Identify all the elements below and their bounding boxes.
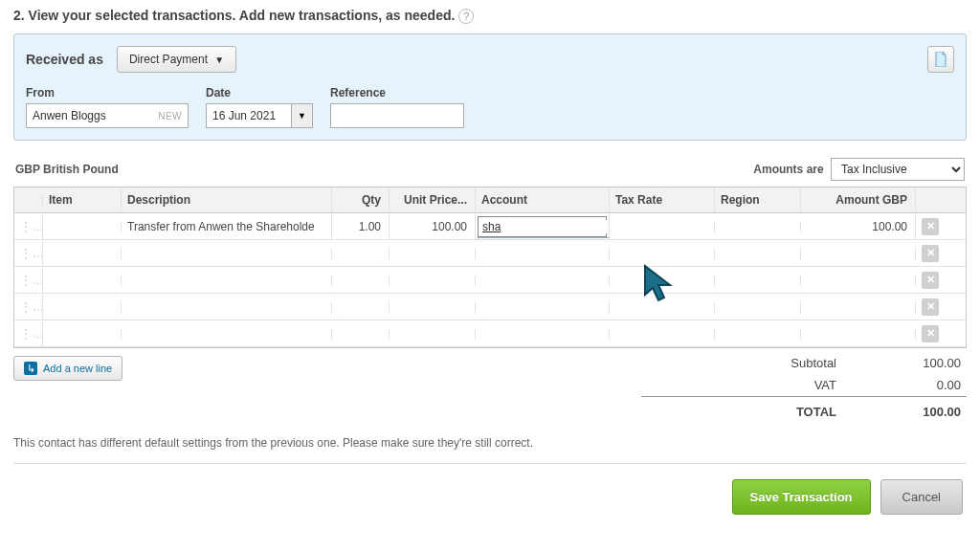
cell-description[interactable] bbox=[122, 301, 332, 313]
cell-unit-price[interactable]: 100.00 bbox=[390, 214, 476, 239]
action-bar: Save Transaction Cancel bbox=[0, 470, 980, 515]
subtotal-label: Subtotal bbox=[647, 356, 875, 370]
new-document-icon[interactable] bbox=[927, 46, 954, 73]
received-as-label: Received as bbox=[26, 52, 103, 67]
cell-qty[interactable] bbox=[332, 275, 390, 286]
cancel-button[interactable]: Cancel bbox=[880, 479, 963, 515]
delete-row-button[interactable]: ✕ bbox=[922, 218, 939, 235]
received-type-value: Direct Payment bbox=[129, 53, 208, 66]
cell-region[interactable] bbox=[715, 301, 801, 313]
caret-down-icon: ▼ bbox=[214, 55, 224, 65]
cell-qty[interactable] bbox=[332, 301, 390, 313]
col-item: Item bbox=[43, 187, 122, 212]
cell-account[interactable] bbox=[476, 248, 610, 259]
cell-item[interactable] bbox=[43, 328, 122, 340]
vat-value: 0.00 bbox=[875, 378, 961, 392]
cell-qty[interactable] bbox=[332, 328, 390, 340]
subtotal-value: 100.00 bbox=[875, 356, 961, 370]
date-label: Date bbox=[206, 86, 313, 99]
cell-unit-price[interactable] bbox=[390, 301, 476, 313]
cell-unit-price[interactable] bbox=[390, 328, 476, 340]
col-region: Region bbox=[715, 187, 801, 212]
cell-item[interactable] bbox=[43, 221, 122, 232]
help-icon[interactable]: ? bbox=[458, 9, 474, 24]
step-number: 2. bbox=[13, 8, 25, 23]
cell-amount[interactable]: 100.00 bbox=[801, 214, 916, 239]
cell-amount[interactable] bbox=[801, 328, 916, 340]
col-tax-rate: Tax Rate bbox=[610, 187, 715, 212]
cell-unit-price[interactable] bbox=[390, 248, 476, 259]
cell-qty[interactable]: 1.00 bbox=[332, 214, 390, 239]
add-line-button[interactable]: ↳Add a new line bbox=[13, 356, 122, 381]
account-dropdown-list: 950 - Capital - x,xxx Ordinary Shares 95… bbox=[478, 237, 610, 239]
cell-unit-price[interactable] bbox=[390, 275, 476, 286]
cell-region[interactable] bbox=[715, 328, 801, 340]
col-description: Description bbox=[122, 187, 332, 212]
cell-amount[interactable] bbox=[801, 248, 916, 259]
col-amount: Amount GBP bbox=[801, 187, 916, 212]
cell-tax-rate[interactable] bbox=[610, 275, 715, 286]
cell-region[interactable] bbox=[715, 275, 801, 286]
delete-row-button[interactable]: ✕ bbox=[922, 245, 939, 262]
cell-tax-rate[interactable] bbox=[610, 301, 715, 313]
cell-description[interactable] bbox=[122, 275, 332, 286]
drag-handle-icon[interactable]: ⋮⋮ bbox=[14, 268, 43, 293]
cell-tax-rate[interactable] bbox=[610, 248, 715, 259]
save-transaction-button[interactable]: Save Transaction bbox=[732, 479, 871, 515]
table-row: ⋮⋮ ✕ bbox=[14, 267, 966, 294]
date-field-group: Date ▼ bbox=[206, 86, 313, 128]
currency-label: GBP British Pound bbox=[15, 163, 119, 176]
cell-region[interactable] bbox=[715, 248, 801, 259]
divider bbox=[13, 463, 967, 464]
drag-handle-icon[interactable]: ⋮⋮ bbox=[14, 241, 43, 266]
add-line-label: Add a new line bbox=[43, 363, 112, 374]
from-value: Anwen Bloggs bbox=[33, 109, 106, 122]
cell-account[interactable] bbox=[476, 328, 610, 340]
cell-account[interactable] bbox=[476, 275, 610, 286]
reference-field-group: Reference bbox=[330, 86, 464, 128]
cell-description[interactable] bbox=[122, 248, 332, 259]
step-text: View your selected transactions. Add new… bbox=[29, 8, 456, 23]
delete-row-button[interactable]: ✕ bbox=[922, 272, 939, 289]
cell-amount[interactable] bbox=[801, 301, 916, 313]
table-row: ⋮⋮ ✕ bbox=[14, 240, 966, 267]
cell-tax-rate[interactable] bbox=[610, 328, 715, 340]
col-unit-price: Unit Price... bbox=[390, 187, 476, 212]
cell-account[interactable] bbox=[476, 301, 610, 313]
step-header: 2. View your selected transactions. Add … bbox=[0, 0, 980, 33]
received-panel: Received as Direct Payment ▼ From Anwen … bbox=[13, 33, 967, 141]
cell-qty[interactable] bbox=[332, 248, 390, 259]
cell-description[interactable] bbox=[122, 328, 332, 340]
cell-region[interactable] bbox=[715, 221, 801, 232]
table-header: Item Description Qty Unit Price... Accou… bbox=[14, 187, 966, 213]
cell-account: ▼ 950 - Capital - x,xxx Ordinary Shares … bbox=[476, 214, 610, 239]
amounts-are-select[interactable]: Tax Inclusive bbox=[831, 158, 965, 181]
totals-table: Subtotal100.00 VAT0.00 TOTAL100.00 bbox=[641, 352, 967, 423]
from-input[interactable]: Anwen Bloggs NEW bbox=[26, 103, 189, 128]
cell-tax-rate[interactable] bbox=[610, 221, 715, 232]
drag-handle-icon[interactable]: ⋮⋮ bbox=[14, 214, 43, 239]
reference-label: Reference bbox=[330, 86, 464, 99]
account-input[interactable] bbox=[479, 220, 610, 233]
date-input[interactable] bbox=[206, 103, 292, 128]
line-items-table: Item Description Qty Unit Price... Accou… bbox=[13, 187, 967, 348]
cell-item[interactable] bbox=[43, 275, 122, 286]
cell-item[interactable] bbox=[43, 301, 122, 313]
amounts-are-label: Amounts are bbox=[753, 163, 823, 176]
received-type-dropdown[interactable]: Direct Payment ▼ bbox=[117, 46, 236, 73]
drag-handle-icon[interactable]: ⋮⋮ bbox=[14, 321, 43, 346]
cell-description[interactable]: Transfer from Anwen the Shareholde bbox=[122, 214, 332, 239]
from-label: From bbox=[26, 86, 189, 99]
warning-message: This contact has different default setti… bbox=[13, 436, 967, 450]
cell-amount[interactable] bbox=[801, 275, 916, 286]
plus-icon: ↳ bbox=[24, 362, 37, 375]
delete-row-button[interactable]: ✕ bbox=[922, 298, 939, 316]
date-picker-button[interactable]: ▼ bbox=[292, 103, 313, 128]
account-option[interactable]: 950 - Capital - x,xxx Ordinary Shares bbox=[479, 238, 610, 239]
delete-row-button[interactable]: ✕ bbox=[922, 325, 939, 342]
drag-handle-icon[interactable]: ⋮⋮ bbox=[14, 295, 43, 320]
total-value: 100.00 bbox=[875, 405, 961, 419]
reference-input[interactable] bbox=[330, 103, 464, 128]
cell-item[interactable] bbox=[43, 248, 122, 259]
table-row: ⋮⋮ ✕ bbox=[14, 320, 966, 347]
